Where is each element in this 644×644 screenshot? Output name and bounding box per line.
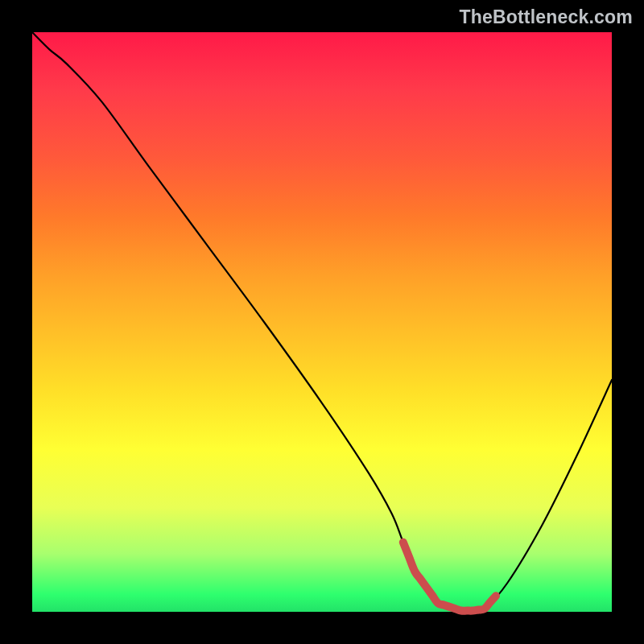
brand-watermark: TheBottleneck.com	[459, 6, 633, 28]
chart-frame: TheBottleneck.com	[0, 0, 644, 644]
optimal-range-highlight	[403, 543, 496, 611]
chart-plot	[32, 32, 612, 612]
bottleneck-curve	[32, 32, 612, 612]
